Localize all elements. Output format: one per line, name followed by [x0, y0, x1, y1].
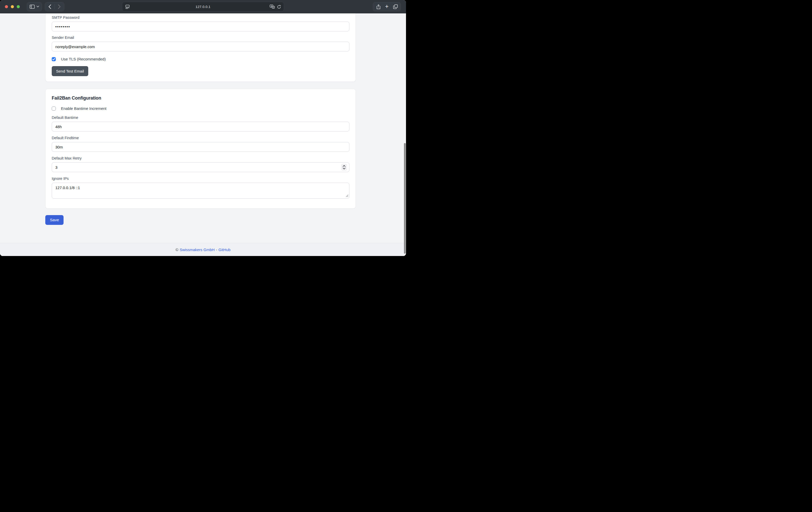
address-bar[interactable]: 127.0.0.1 A 文 [122, 2, 284, 11]
browser-toolbar: 127.0.0.1 A 文 [0, 0, 406, 13]
stepper-up-icon [343, 165, 346, 167]
sidebar-icon [30, 5, 35, 9]
browser-window: 127.0.0.1 A 文 [0, 0, 406, 256]
tab-overview-button[interactable] [391, 2, 400, 11]
enable-bantime-increment-checkbox[interactable] [52, 107, 56, 111]
navigation-buttons [45, 2, 64, 11]
ignore-ips-label: Ignore IPs [52, 176, 349, 180]
share-icon [376, 4, 380, 9]
toolbar-right-group: + [373, 2, 401, 11]
forward-arrow-icon [58, 4, 61, 9]
send-test-email-button[interactable]: Send Test Email [52, 66, 88, 76]
svg-text:文: 文 [272, 6, 274, 8]
close-window-button[interactable] [5, 5, 8, 8]
footer-separator: - [216, 248, 217, 252]
fail2ban-settings-card: Fail2Ban Configuration Enable Bantime In… [45, 89, 356, 209]
scrollbar-thumb[interactable] [404, 143, 406, 254]
forward-button[interactable] [55, 2, 64, 11]
default-findtime-input[interactable] [52, 142, 349, 152]
stepper-down-icon [343, 168, 346, 170]
fail2ban-card-title: Fail2Ban Configuration [52, 95, 349, 101]
zoom-window-button[interactable] [17, 5, 20, 8]
page-content: SMTP Password Sender Email Use TLS (Reco… [0, 13, 406, 256]
sidebar-toggle-button[interactable] [27, 2, 42, 11]
translate-button[interactable]: A 文 [270, 5, 275, 9]
copyright-symbol: © [175, 248, 178, 252]
plus-icon: + [385, 4, 388, 9]
ignore-ips-textarea[interactable]: 127.0.0.1/8 ::1 [52, 183, 349, 199]
default-bantime-label: Default Bantime [52, 116, 349, 120]
smtp-settings-card: SMTP Password Sender Email Use TLS (Reco… [45, 13, 356, 82]
default-bantime-input[interactable] [52, 122, 349, 132]
back-button[interactable] [45, 2, 55, 11]
back-arrow-icon [48, 4, 51, 9]
enable-bantime-increment-label: Enable Bantime Increment [61, 106, 107, 111]
window-controls [5, 5, 20, 8]
new-tab-button[interactable]: + [383, 2, 391, 11]
company-link[interactable]: Swissmakers GmbH [180, 248, 214, 252]
chevron-down-icon [36, 6, 39, 7]
default-max-retry-input[interactable] [52, 162, 349, 172]
sender-email-label: Sender Email [52, 35, 349, 39]
translate-icon: A 文 [270, 5, 275, 9]
save-button[interactable]: Save [45, 215, 63, 225]
minimize-window-button[interactable] [11, 5, 14, 8]
smtp-password-input[interactable] [52, 22, 349, 31]
default-findtime-label: Default Findtime [52, 136, 349, 140]
reload-icon [277, 5, 281, 9]
number-stepper[interactable] [341, 164, 347, 171]
share-button[interactable] [374, 2, 383, 11]
tab-overview-icon [393, 4, 398, 9]
reload-button[interactable] [277, 5, 281, 9]
default-max-retry-label: Default Max Retry [52, 156, 349, 160]
sender-email-input[interactable] [52, 42, 349, 52]
smtp-password-label: SMTP Password [52, 16, 349, 20]
page-footer: © Swissmakers GmbH - GitHub [0, 243, 406, 256]
url-text[interactable]: 127.0.0.1 [122, 2, 284, 11]
use-tls-label: Use TLS (Recommended) [61, 57, 106, 61]
check-icon [52, 57, 56, 61]
use-tls-checkbox[interactable] [52, 57, 56, 61]
github-link[interactable]: GitHub [219, 248, 231, 252]
